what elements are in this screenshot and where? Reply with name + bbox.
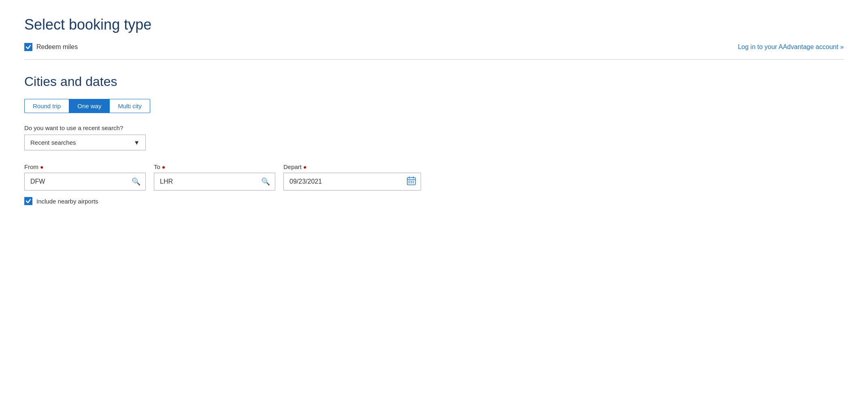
svg-rect-7	[408, 182, 410, 183]
calendar-icon[interactable]	[402, 176, 421, 187]
nearby-airports-checkbox[interactable]	[24, 197, 32, 205]
to-label: To ●	[154, 163, 275, 170]
from-search-icon: 🔍	[127, 177, 145, 186]
to-field-group: To ● 🔍	[154, 163, 275, 191]
to-input[interactable]	[154, 173, 256, 190]
depart-field-group: Depart ●	[283, 163, 421, 191]
from-field-group: From ● 🔍	[24, 163, 146, 191]
from-required: ●	[40, 164, 43, 170]
recent-searches-dropdown[interactable]: Recent searches ▼	[24, 135, 146, 150]
round-trip-button[interactable]: Round trip	[24, 99, 69, 113]
cities-dates-title: Cities and dates	[24, 74, 844, 89]
one-way-button[interactable]: One way	[69, 99, 110, 113]
nearby-airports-row: Include nearby airports	[24, 197, 844, 205]
recent-searches-value: Recent searches	[30, 139, 76, 146]
redeem-miles-text: Redeem miles	[36, 43, 78, 51]
to-search-icon: 🔍	[256, 177, 275, 186]
from-input[interactable]	[25, 173, 127, 190]
redeem-miles-checkbox[interactable]	[24, 43, 32, 51]
depart-input-wrapper	[283, 173, 421, 191]
section-divider	[24, 59, 844, 60]
login-link[interactable]: Log in to your AAdvantage account »	[738, 43, 844, 51]
cities-section: Cities and dates Round trip One way Mult…	[24, 74, 844, 205]
svg-rect-6	[413, 181, 414, 182]
from-label: From ●	[24, 163, 146, 170]
depart-label: Depart ●	[283, 163, 421, 170]
page-title: Select booking type	[24, 16, 844, 33]
depart-input[interactable]	[284, 173, 402, 190]
nearby-checkmark-icon	[26, 198, 31, 204]
dropdown-arrow-icon: ▼	[134, 139, 140, 146]
from-input-wrapper: 🔍	[24, 173, 146, 191]
recent-search-question: Do you want to use a recent search?	[24, 124, 844, 131]
to-input-wrapper: 🔍	[154, 173, 275, 191]
checkmark-icon	[26, 44, 31, 50]
svg-rect-8	[411, 182, 412, 183]
depart-required: ●	[303, 164, 306, 170]
flight-fields-row: From ● 🔍 To ● 🔍 Depart ●	[24, 163, 844, 191]
multi-city-button[interactable]: Multi city	[110, 99, 150, 113]
nearby-airports-label: Include nearby airports	[36, 198, 98, 205]
svg-rect-9	[413, 182, 414, 183]
svg-rect-5	[411, 181, 412, 182]
svg-rect-4	[408, 181, 410, 182]
to-required: ●	[162, 164, 165, 170]
trip-type-group: Round trip One way Multi city	[24, 99, 844, 113]
redeem-miles-label[interactable]: Redeem miles	[24, 43, 78, 51]
